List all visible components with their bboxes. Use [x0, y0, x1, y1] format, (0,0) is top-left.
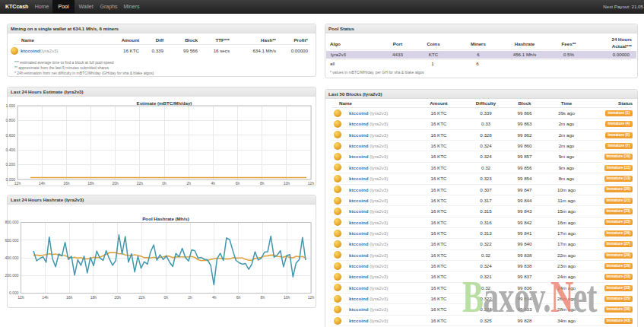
svg-text:22h: 22h: [138, 295, 145, 300]
svg-text:200.000: 200.000: [5, 273, 18, 278]
svg-text:12h: 12h: [14, 181, 21, 186]
svg-text:0.600: 0.600: [5, 133, 15, 138]
svg-text:20h: 20h: [113, 181, 119, 186]
svg-text:6h: 6h: [236, 295, 241, 300]
svg-text:16h: 16h: [63, 181, 70, 186]
svg-text:400.000: 400.000: [5, 256, 18, 260]
svg-text:1.000: 1.000: [5, 103, 15, 108]
svg-text:6h: 6h: [236, 181, 240, 186]
svg-text:10h: 10h: [284, 295, 290, 300]
svg-text:18h: 18h: [87, 181, 94, 186]
svg-text:600.000: 600.000: [5, 238, 18, 243]
svg-text:0h: 0h: [163, 295, 168, 300]
svg-text:0.200: 0.200: [5, 162, 15, 167]
svg-text:18h: 18h: [90, 295, 97, 300]
svg-text:2h: 2h: [188, 295, 192, 300]
svg-text:10h: 10h: [284, 181, 290, 186]
svg-text:14h: 14h: [39, 181, 46, 186]
svg-text:4h: 4h: [211, 181, 216, 186]
svg-text:4h: 4h: [212, 295, 217, 300]
svg-text:8h: 8h: [260, 181, 265, 186]
svg-text:Pool Hashrate (Mh/s): Pool Hashrate (Mh/s): [142, 216, 189, 221]
svg-text:2h: 2h: [186, 181, 191, 186]
svg-text:14h: 14h: [42, 295, 49, 300]
svg-text:12h: 12h: [308, 295, 315, 300]
svg-text:0h: 0h: [162, 181, 167, 186]
svg-text:22h: 22h: [137, 181, 144, 186]
svg-text:0.800: 0.800: [5, 118, 15, 122]
svg-text:Estimate (mBTC/Mh/day): Estimate (mBTC/Mh/day): [137, 100, 192, 106]
svg-text:12h: 12h: [17, 295, 24, 300]
svg-text:16h: 16h: [66, 295, 73, 300]
svg-text:0.400: 0.400: [5, 148, 15, 152]
svg-text:800.000: 800.000: [5, 220, 18, 224]
svg-text:8h: 8h: [261, 295, 265, 300]
svg-text:20h: 20h: [115, 295, 122, 300]
svg-text:12h: 12h: [308, 181, 315, 186]
